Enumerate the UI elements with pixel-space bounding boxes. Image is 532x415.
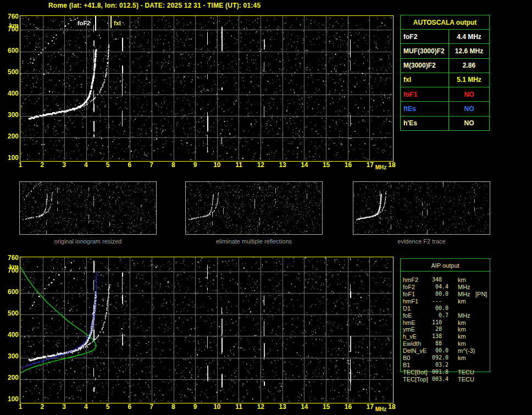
station-date-title: Rome (lat: +41.8, lon: 012.5) - DATE: 20…: [48, 2, 261, 9]
parameter-name: fxI: [401, 73, 449, 87]
aip-row-2: foF1 00.0MHz[PN]: [400, 291, 510, 298]
autoscala-row-4: foF1NO: [401, 87, 489, 102]
y-axis-tick-label: 600: [1, 47, 19, 54]
parameter-name: B1: [403, 362, 410, 369]
aip-row-4: D1 00.0: [400, 305, 510, 312]
aip-row-3: hmF1--- km: [400, 298, 510, 305]
thumbnail-original-ionogram: [19, 181, 157, 235]
x-axis-tick-label: 1: [14, 162, 27, 168]
aip-row-6: hmE110 km: [400, 319, 510, 327]
parameter-value: 88: [432, 340, 448, 347]
autoscala-row-6: h'EsNO: [401, 117, 489, 130]
x-axis-tick-label: 8: [167, 403, 180, 410]
y-axis-tick-label: 760: [1, 13, 19, 20]
parameter-name: ftEs: [401, 102, 449, 115]
x-axis-tick-label: 7: [145, 162, 158, 168]
parameter-unit: TECU: [458, 376, 474, 383]
aip-row-12: B1 03.2: [400, 362, 510, 369]
y-axis-tick-label: 500: [1, 310, 19, 317]
thumbnail-no-multiples: [185, 181, 323, 235]
y-axis-tick-label: 200: [1, 374, 19, 381]
y-axis-unit-label: km: [1, 264, 19, 270]
parameter-name: hmE: [403, 319, 415, 327]
parameter-name: Ewidth: [403, 340, 421, 347]
parameter-value: NO: [449, 102, 489, 115]
x-axis-tick-label: 9: [189, 162, 202, 168]
aip-row-1: foF2 04.4MHz: [400, 284, 510, 291]
x-axis-tick-label: 12: [254, 403, 267, 410]
x-axis-unit-label: MHz: [374, 406, 387, 413]
parameter-name: B0: [403, 355, 410, 362]
parameter-name: M(3000)F2: [401, 59, 449, 73]
y-axis-unit-label: km: [1, 23, 19, 29]
y-axis-tick-label: 500: [1, 69, 19, 75]
parameter-value: 00.0: [432, 305, 448, 312]
autoscala-output-table: AUTOSCALA output foF24.4 MHzMUF(3000)F21…: [400, 15, 490, 131]
y-axis-tick-label: 400: [1, 331, 19, 338]
parameter-value: 003.4: [432, 376, 448, 383]
aip-row-14: TEC[Top]003.4TECU: [400, 376, 510, 383]
y-axis-tick-label: 600: [1, 289, 19, 295]
y-axis-tick-label: 400: [1, 90, 19, 97]
parameter-value: 20: [432, 326, 448, 333]
parameter-value: 5.1 MHz: [449, 73, 489, 87]
parameter-value: NO: [449, 117, 489, 130]
parameter-name: foF2: [401, 30, 449, 43]
autoscala-row-3: fxI5.1 MHz: [401, 73, 489, 87]
thumbnail-f2-trace-canvas: [353, 182, 490, 234]
parameter-unit: MHz: [458, 312, 470, 319]
parameter-name: DelN_vE: [403, 347, 426, 355]
x-axis-tick-label: 15: [320, 403, 333, 410]
x-axis-tick-label: 4: [79, 162, 92, 168]
x-axis-tick-label: 9: [189, 403, 202, 410]
autoscala-screen: Rome (lat: +41.8, lon: 012.5) - DATE: 20…: [0, 0, 532, 415]
parameter-name: h'Es: [401, 117, 449, 130]
parameter-value: 04.4: [432, 284, 448, 291]
y-axis-tick-label: 300: [1, 112, 19, 118]
parameter-value: 001.8: [432, 369, 448, 376]
parameter-name: TEC[Top]: [403, 376, 428, 383]
parameter-unit: m^(-3): [458, 347, 475, 355]
parameter-unit: km: [458, 276, 466, 284]
parameter-name: TEC[Bot]: [403, 369, 428, 376]
x-axis-tick-label: 2: [36, 403, 49, 410]
aip-row-8: h_vE138 km: [400, 333, 510, 340]
thumbnail-caption-f2-trace: evidence F2 trace: [353, 238, 490, 245]
parameter-value: 092.0: [432, 355, 448, 362]
parameter-value: 110: [432, 319, 448, 327]
parameter-value: 0.7: [432, 312, 448, 319]
x-axis-tick-label: 3: [58, 403, 71, 410]
aip-row-9: Ewidth 88 km: [400, 340, 510, 347]
aip-row-13: TEC[Bot]001.8TECU: [400, 369, 510, 376]
autoscala-row-5: ftEsNO: [401, 102, 489, 116]
autoscala-row-2: M(3000)F22.86: [401, 59, 489, 73]
x-axis-tick-label: 10: [210, 403, 224, 410]
thumbnail-caption-original: original ionogram resized: [19, 238, 157, 245]
aip-row-5: foE 0.7MHz: [400, 312, 510, 319]
x-axis-tick-label: 6: [123, 403, 136, 410]
y-axis-tick-label: 300: [1, 353, 19, 359]
parameter-unit: km: [458, 298, 466, 305]
parameter-name: hmF1: [403, 298, 418, 305]
parameter-unit: km: [458, 355, 466, 362]
thumbnail-original-canvas: [20, 182, 156, 234]
parameter-unit: TECU: [458, 369, 474, 376]
parameter-unit: km: [458, 340, 466, 347]
y-axis-tick-label: 100: [1, 396, 19, 402]
parameter-unit: km: [458, 326, 466, 333]
x-axis-tick-label: 12: [254, 162, 267, 168]
y-axis-tick-label: 760: [1, 254, 19, 261]
parameter-unit: km: [458, 333, 466, 340]
y-axis-tick-label: 200: [1, 133, 19, 140]
x-axis-tick-label: 3: [58, 162, 71, 168]
aip-row-0: hmF2348 km: [400, 276, 510, 284]
x-axis-tick-label: 6: [123, 162, 136, 168]
autoscala-row-0: foF24.4 MHz: [401, 30, 489, 44]
fxi-marker-label: fxI: [114, 20, 121, 26]
y-axis-tick-label: 100: [1, 154, 19, 161]
autoscala-row-1: MUF(3000)F212.6 MHz: [401, 44, 489, 58]
top-ionogram-canvas: [20, 16, 392, 160]
top-ionogram-plot: foF2 fxI: [20, 15, 394, 162]
x-axis-tick-label: 10: [210, 162, 224, 168]
thumbnail-f2-trace: [353, 181, 490, 235]
